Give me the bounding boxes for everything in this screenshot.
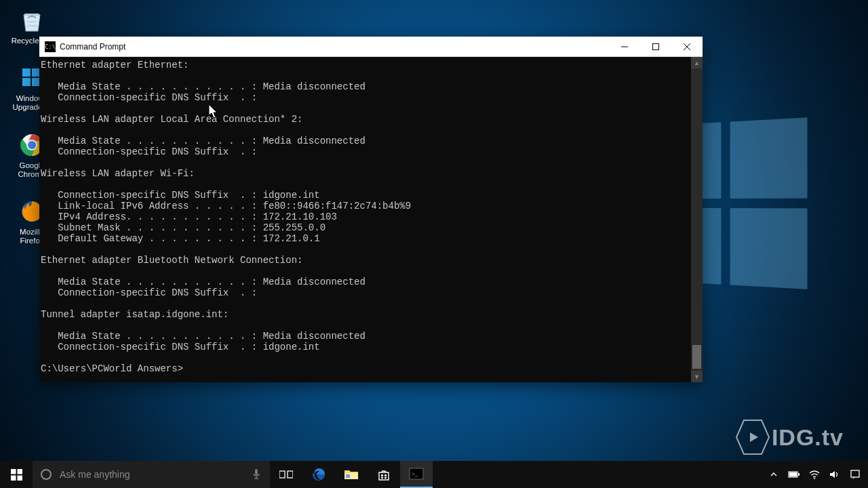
svg-rect-11	[11, 469, 16, 474]
scroll-up-arrow[interactable]: ▲	[691, 57, 703, 68]
cortana-search[interactable]: Ask me anything	[33, 461, 270, 488]
svg-rect-13	[11, 475, 16, 481]
svg-rect-18	[288, 471, 293, 478]
tray-battery-icon[interactable]	[785, 461, 803, 488]
terminal-output[interactable]: Ethernet adapter Ethernet: Media State .…	[39, 57, 691, 382]
svg-marker-10	[750, 432, 758, 442]
task-view-button[interactable]	[270, 461, 302, 488]
microphone-icon[interactable]	[243, 468, 270, 481]
command-prompt-icon: C:\	[45, 41, 56, 52]
tray-notifications-icon[interactable]	[846, 461, 864, 488]
tray-chevron-up-icon[interactable]	[765, 461, 783, 488]
tray-wifi-icon[interactable]	[806, 461, 823, 488]
titlebar[interactable]: C:\ Command Prompt	[39, 37, 703, 57]
taskbar-store-icon[interactable]	[368, 461, 400, 488]
svg-rect-24	[384, 477, 387, 479]
svg-text:>_: >_	[412, 470, 418, 477]
close-button[interactable]	[671, 37, 703, 56]
svg-rect-21	[381, 474, 383, 476]
svg-point-30	[814, 478, 815, 479]
svg-rect-14	[17, 475, 22, 481]
svg-rect-8	[653, 43, 659, 49]
maximize-button[interactable]	[640, 37, 671, 56]
system-tray	[765, 461, 868, 488]
svg-rect-16	[255, 469, 258, 475]
svg-rect-29	[789, 472, 797, 476]
watermark-text: IDG.tv	[772, 424, 844, 451]
svg-rect-0	[22, 68, 31, 77]
search-placeholder: Ask me anything	[60, 469, 243, 480]
svg-rect-20	[346, 474, 350, 478]
start-button[interactable]	[0, 461, 33, 488]
taskbar-command-prompt-icon[interactable]: >_	[400, 461, 433, 488]
minimize-button[interactable]	[609, 37, 640, 56]
scroll-thumb[interactable]	[692, 345, 701, 369]
svg-rect-17	[279, 471, 285, 478]
window-title: Command Prompt	[60, 42, 125, 52]
svg-rect-12	[17, 469, 22, 474]
svg-rect-2	[22, 78, 31, 86]
recycle-bin-icon	[17, 5, 47, 35]
taskbar-edge-icon[interactable]	[302, 461, 335, 488]
command-prompt-window: C:\ Command Prompt Ethernet adapter Ethe…	[39, 37, 703, 382]
svg-rect-31	[851, 470, 859, 477]
svg-rect-23	[381, 477, 383, 479]
scroll-down-arrow[interactable]: ▼	[691, 371, 703, 382]
tray-volume-icon[interactable]	[826, 461, 844, 488]
svg-rect-28	[798, 473, 800, 476]
svg-rect-22	[384, 474, 387, 476]
svg-point-15	[41, 470, 51, 479]
taskbar: Ask me anything	[0, 461, 868, 488]
cortana-icon	[33, 468, 60, 481]
taskbar-file-explorer-icon[interactable]	[335, 461, 368, 488]
scrollbar[interactable]: ▲ ▼	[691, 57, 703, 382]
idg-tv-watermark: IDG.tv	[735, 418, 844, 457]
